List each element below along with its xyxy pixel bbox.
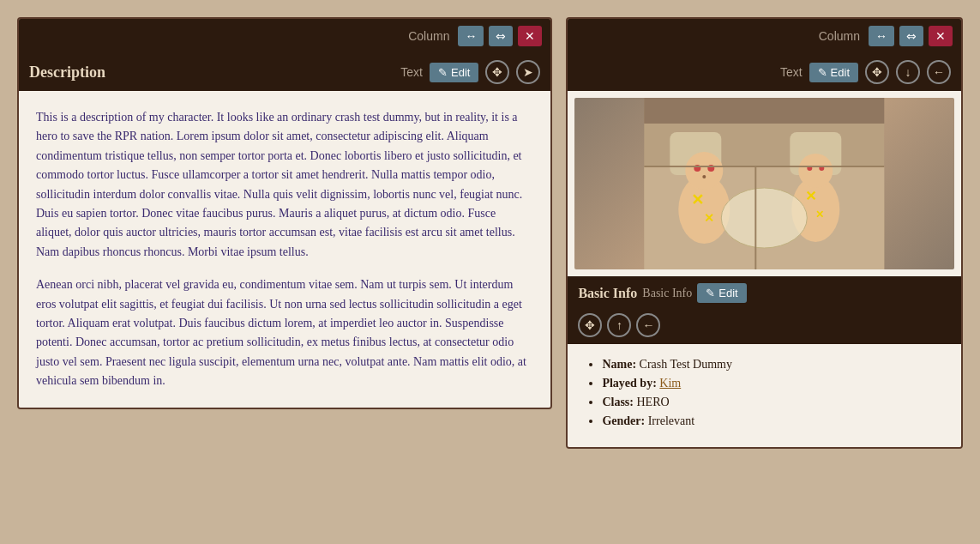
move-icon-btn-left[interactable]: ✥ [485,60,509,84]
swap-btn-right[interactable]: ↔ [869,26,894,46]
description-section-bar: Description Text ✎ Edit ✥ ➤ [19,53,550,91]
up-btn-basic[interactable]: ↑ [607,313,631,337]
character-image: ✕ ✕ ✕ ✕ [574,98,954,269]
basic-info-content: Name: Crash Test Dummy Played by: Kim Cl… [568,344,961,447]
right-panel: Column ↔ ⇔ ✕ Text ✎ Edit ✥ ↓ ← [566,17,963,449]
pencil-icon: ✎ [438,66,448,79]
image-section: ✕ ✕ ✕ ✕ [568,91,961,276]
svg-text:✕: ✕ [692,191,705,209]
list-item-gender: Gender: Irrelevant [602,414,944,428]
description-content: This is a description of my character. I… [19,91,550,408]
image-edit-btn[interactable]: ✎ Edit [809,63,858,82]
column-label-right: Column [819,29,860,43]
list-item-class: Class: HERO [602,396,944,409]
right-panel-header: Column ↔ ⇔ ✕ [568,19,961,53]
column-label-left: Column [408,29,449,43]
compress-btn-left[interactable]: ⇔ [489,26,513,46]
class-value: HERO [636,396,669,408]
compress-btn-right[interactable]: ⇔ [899,26,923,46]
back-btn-right[interactable]: ← [927,60,951,84]
svg-text:✕: ✕ [806,189,817,203]
svg-point-8 [703,175,706,178]
basic-info-list: Name: Crash Test Dummy Played by: Kim Cl… [585,358,944,428]
move-btn-basic[interactable]: ✥ [578,313,602,337]
basic-info-title: Basic Info [578,286,637,301]
basic-info-bar: Basic Info Basic Info ✎ Edit [568,276,961,310]
swap-btn-left[interactable]: ↔ [458,26,484,46]
down-btn-right[interactable]: ↓ [896,60,920,84]
left-btn-basic[interactable]: ← [636,313,660,337]
class-label: Class: [602,396,634,408]
played-by-label: Played by: [602,377,656,390]
svg-text:✕: ✕ [816,209,825,221]
image-section-bar: Text ✎ Edit ✥ ↓ ← [568,53,961,91]
close-btn-right[interactable]: ✕ [929,26,953,46]
pencil-icon-basic: ✎ [706,287,715,299]
description-title: Description [29,63,394,82]
left-panel: Column ↔ ⇔ ✕ Description Text ✎ Edit ✥ ➤… [17,17,552,409]
gender-value: Irrelevant [648,414,694,427]
basic-info-subtitle: Basic Info [642,287,692,300]
move-icon-btn-right[interactable]: ✥ [865,60,889,84]
description-edit-btn[interactable]: ✎ Edit [430,63,478,82]
description-paragraph-2: Aenean orci nibh, placerat vel gravida e… [36,275,533,390]
svg-point-17 [722,188,808,248]
svg-point-12 [799,154,833,188]
close-btn-left[interactable]: ✕ [518,26,542,46]
svg-rect-20 [645,98,885,124]
crash-dummy-svg: ✕ ✕ ✕ ✕ [574,98,954,269]
pencil-icon-image: ✎ [818,66,827,79]
gender-label: Gender: [602,414,645,427]
left-panel-header: Column ↔ ⇔ ✕ [19,19,550,53]
basic-info-controls: ✥ ↑ ← [568,310,961,344]
name-label: Name: [602,358,636,371]
svg-text:✕: ✕ [705,212,715,225]
description-type: Text [400,65,423,79]
played-by-link[interactable]: Kim [659,377,681,390]
list-item-played-by: Played by: Kim [602,377,944,390]
navigate-right-btn-left[interactable]: ➤ [516,60,540,84]
basic-info-edit-btn[interactable]: ✎ Edit [697,283,746,303]
name-value: Crash Test Dummy [640,358,732,371]
description-paragraph-1: This is a description of my character. I… [36,108,533,262]
svg-point-5 [686,152,724,190]
image-type: Text [780,65,803,79]
list-item-name: Name: Crash Test Dummy [602,358,944,372]
